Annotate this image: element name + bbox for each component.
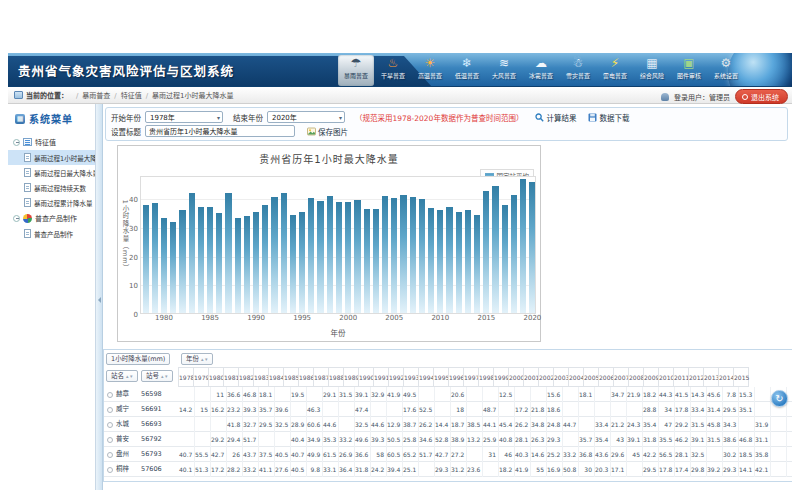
bar-1992 [271, 197, 277, 313]
sidebar-item[interactable]: 暴雨过程持续天数 [8, 180, 95, 195]
document-icon [24, 168, 31, 177]
station-id-sort-button[interactable]: 站号 ▴ ▾ [141, 370, 173, 382]
save-image-button[interactable]: 保存图片 [307, 126, 348, 137]
breadcrumb-item[interactable]: 特征值 [121, 92, 142, 100]
chevron-down-icon: ▾ [339, 114, 342, 121]
nav-item-settings[interactable]: ⚙系统设置 [708, 55, 744, 86]
value-cell: 35.7 [259, 402, 275, 417]
value-cell: 28.8 [643, 402, 659, 417]
value-cell: 29.1 [323, 387, 339, 402]
value-cell: 38.5 [467, 417, 483, 432]
row-values: 14.21516.223.239.335.739.646.347.417.652… [179, 402, 787, 417]
bar-1993 [281, 193, 287, 313]
sidebar-item-label: 暴雨过程日最大降水量 [34, 168, 96, 178]
year-column-header: 2012 [688, 367, 704, 387]
row-select-radio[interactable] [107, 437, 113, 443]
sidebar-item[interactable]: 暴雨过程日最大降水量 [8, 165, 95, 180]
range-note: （规范采用1978-2020年数据作为普查时间范围） [355, 112, 523, 123]
row-select-radio[interactable] [107, 452, 113, 458]
nav-item-wind[interactable]: ≋大风普查 [486, 55, 522, 86]
value-cell: 17.2 [515, 402, 531, 417]
image-icon [307, 127, 316, 136]
row-select-radio[interactable] [107, 467, 113, 473]
value-cell: 17.2 [211, 462, 227, 477]
nav-item-lightning[interactable]: ⚡雷电普查 [597, 55, 633, 86]
year-column-header: 1993 [403, 367, 419, 387]
breadcrumb-item[interactable]: 暴雨普查 [82, 92, 110, 100]
sidebar-item[interactable]: 暴雨过程累计降水量 [8, 195, 95, 210]
nav-item-risk[interactable]: ▦综合风险 [634, 55, 670, 86]
value-cell: 49.9 [307, 447, 323, 462]
bar-2000 [345, 202, 351, 313]
value-cell: 39.6 [275, 402, 291, 417]
sidebar-group-2[interactable]: 普查产品制作 [8, 210, 95, 226]
row-select-radio[interactable] [107, 407, 113, 413]
start-year-select[interactable]: 1978年 ▾ [145, 111, 223, 123]
value-cell [339, 402, 355, 417]
value-cell: 15 [195, 402, 211, 417]
bar-1995 [299, 212, 305, 313]
value-cell: 31.2 [451, 462, 467, 477]
value-cell: 60.6 [307, 417, 323, 432]
collapse-icon[interactable] [13, 139, 20, 146]
sidebar-splitter[interactable] [96, 104, 103, 490]
sidebar-item[interactable]: 暴雨过程1小时最大降水量 [8, 150, 95, 165]
value-cell: 26.9 [339, 447, 355, 462]
nav-item-low-temp[interactable]: ❄低温普查 [449, 55, 485, 86]
breadcrumb-separator: / [114, 92, 116, 100]
value-cell: 21.8 [531, 402, 547, 417]
hail-icon: ☁ [535, 55, 547, 72]
nav-item-rainstorm[interactable]: ☂暴雨普查 [338, 55, 374, 86]
x-tick-label: 1985 [201, 315, 219, 322]
row-select-radio[interactable] [107, 422, 113, 428]
value-cell: 35.4 [595, 432, 611, 447]
x-tick-label: 1995 [293, 315, 311, 322]
download-label: 数据下载 [599, 112, 629, 123]
low-temp-icon: ❄ [462, 55, 472, 72]
value-cell [771, 462, 787, 477]
nav-item-map-review[interactable]: ▣图件审核 [671, 55, 707, 86]
value-cell: 24.3 [627, 417, 643, 432]
breadcrumb-separator: / [76, 92, 78, 100]
end-year-select[interactable]: 2020年 ▾ [267, 111, 345, 123]
refresh-float-button[interactable]: ↻ [771, 390, 788, 407]
bar-2017 [502, 205, 508, 313]
value-cell: 50.8 [563, 462, 579, 477]
station-name-sort-button[interactable]: 站名 ▴ ▾ [106, 370, 138, 382]
year-column-header: 2007 [613, 367, 629, 387]
value-cell: 32.7 [243, 417, 259, 432]
year-sort-button[interactable]: 年份 ▴ ▾ [181, 353, 213, 365]
bar-1979 [152, 203, 158, 313]
year-column-header: 2009 [643, 367, 659, 387]
row-select-radio[interactable] [107, 392, 113, 398]
plot-area: 0102030401980198519901995200020052010201… [140, 176, 536, 314]
value-cell: 29.6 [611, 447, 627, 462]
nav-item-high-temp[interactable]: ☀高温普查 [412, 55, 448, 86]
value-cell: 16.9 [547, 462, 563, 477]
wind-icon: ≋ [499, 55, 509, 72]
value-cell: 40.7 [291, 447, 307, 462]
nav-item-label: 暴雨普查 [344, 72, 368, 80]
chart-title-input[interactable] [145, 125, 295, 137]
collapse-icon[interactable] [13, 215, 20, 222]
value-cell [179, 417, 195, 432]
value-cell: 34.9 [307, 432, 323, 447]
sidebar-item[interactable]: 普查产品制作 [8, 226, 95, 241]
value-cell: 27.6 [275, 462, 291, 477]
value-cell [707, 447, 723, 462]
breadcrumb-item[interactable]: 暴雨过程1小时最大降水量 [152, 92, 233, 100]
nav-item-hail[interactable]: ☁冰雹普查 [523, 55, 559, 86]
nav-item-snow[interactable]: ☃雪灾普查 [560, 55, 596, 86]
nav-item-drought[interactable]: ♨干旱普查 [375, 55, 411, 86]
metric-header-button[interactable]: 1小时降水量(mm) [106, 353, 170, 365]
settings-icon: ⚙ [721, 55, 732, 72]
value-cell: 13.2 [467, 432, 483, 447]
download-button[interactable]: 数据下载 [588, 112, 629, 123]
value-cell: 51.7 [419, 447, 435, 462]
start-year-value: 1978年 [150, 112, 175, 122]
calculate-button[interactable]: 计算结果 [535, 112, 576, 123]
bar-1983 [189, 193, 195, 313]
sidebar-group-1[interactable]: 特征值 [8, 134, 95, 150]
snow-icon: ☃ [573, 55, 584, 72]
logout-button[interactable]: 退出系统 [735, 89, 788, 104]
